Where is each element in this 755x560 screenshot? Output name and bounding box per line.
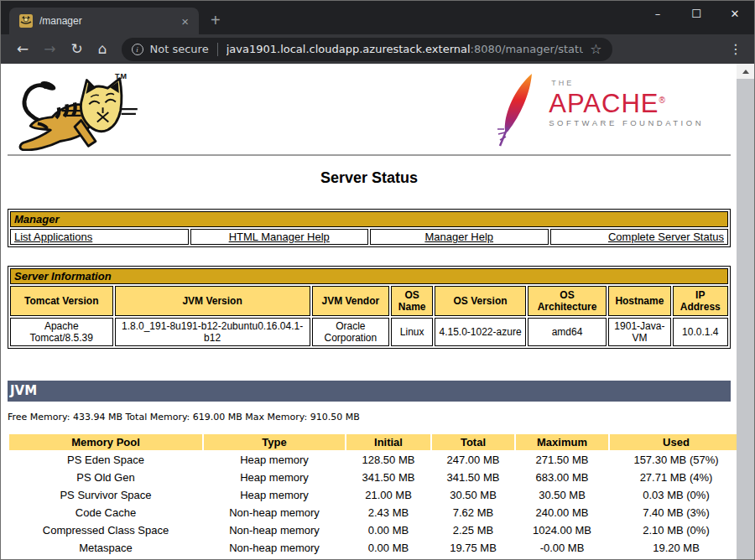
- col-type: Type: [204, 434, 345, 450]
- hostname-value: 1901-Java-VM: [608, 318, 670, 346]
- pool-total: 341.50 MB: [432, 469, 514, 485]
- tomcat-version-value: Apache Tomcat/8.5.39: [10, 318, 113, 346]
- tab-title: /manager: [39, 15, 178, 27]
- close-button[interactable]: ✕: [716, 1, 754, 26]
- browser-tab[interactable]: /manager ×: [9, 8, 199, 34]
- minimize-button[interactable]: –: [638, 1, 677, 26]
- pool-total: 2.25 MB: [432, 522, 514, 538]
- browser-window: /manager × + – ☐ ✕ ← → ↻ ⌂ i Not secure …: [0, 0, 755, 560]
- col-tomcat-version: Tomcat Version: [10, 286, 113, 316]
- pool-type: Heap memory: [204, 487, 345, 503]
- col-os-architecture: OS Architecture: [528, 286, 607, 316]
- jvm-section-title: JVM: [10, 383, 37, 398]
- url-path: :8080/manager/status: [471, 43, 584, 55]
- pool-total: 7.62 MB: [432, 505, 514, 521]
- table-row: PS Survivor Space Heap memory 21.00 MB 3…: [9, 487, 737, 503]
- pool-used: 157.30 MB (57%): [610, 452, 737, 468]
- pool-maximum: -0.00 MB: [516, 540, 608, 556]
- tab-close-icon[interactable]: ×: [178, 15, 192, 28]
- apache-feather-icon: [495, 72, 544, 149]
- table-row: PS Old Gen Heap memory 341.50 MB 341.50 …: [9, 469, 737, 485]
- link-html-manager-help[interactable]: HTML Manager Help: [229, 231, 330, 243]
- link-list-applications[interactable]: List Applications: [14, 231, 92, 243]
- pool-name: Compressed Class Space: [9, 522, 202, 538]
- link-manager-help[interactable]: Manager Help: [424, 231, 493, 243]
- pool-initial: 128.50 MB: [346, 452, 430, 468]
- tomcat-favicon-icon: [19, 14, 33, 28]
- info-icon-glyph: i: [136, 45, 138, 54]
- forward-icon[interactable]: →: [44, 42, 55, 56]
- pool-name: PS Eden Space: [9, 452, 202, 468]
- table-row: Code Cache Non-heap memory 2.43 MB 7.62 …: [9, 505, 737, 521]
- col-total: Total: [432, 434, 514, 450]
- manager-section-title: Manager: [10, 211, 728, 227]
- jvm-version-value: 1.8.0_191-8u191-b12-2ubuntu0.16.04.1-b12: [115, 318, 310, 346]
- apache-subtitle: SOFTWARE FOUNDATION: [549, 118, 704, 127]
- server-info-table: Server Information Tomcat Version JVM Ve…: [8, 266, 731, 349]
- col-jvm-version: JVM Version: [115, 286, 310, 316]
- col-hostname: Hostname: [608, 286, 670, 316]
- page-title: Server Status: [8, 169, 731, 187]
- page-scrollbar[interactable]: [737, 64, 754, 560]
- pool-used: 2.10 MB (0%): [610, 522, 737, 538]
- security-label: Not secure: [150, 43, 209, 55]
- maximize-button[interactable]: ☐: [677, 1, 716, 26]
- table-row: Metaspace Non-heap memory 0.00 MB 19.75 …: [9, 540, 737, 556]
- pool-maximum: 30.50 MB: [516, 487, 608, 503]
- col-initial: Initial: [346, 434, 430, 450]
- memory-summary: Free Memory: 433.94 MB Total Memory: 619…: [8, 412, 731, 423]
- server-info-section-title: Server Information: [10, 268, 728, 284]
- pool-name: PS Old Gen: [9, 469, 202, 485]
- reload-icon[interactable]: ↻: [71, 42, 83, 56]
- pool-total: 19.75 MB: [432, 540, 514, 556]
- page-content: TM THE: [1, 64, 737, 560]
- pool-used: 19.20 MB: [610, 540, 737, 556]
- pool-type: Non-heap memory: [204, 505, 345, 521]
- manager-links-row: List Applications HTML Manager Help Mana…: [10, 229, 728, 245]
- pool-maximum: 683.00 MB: [516, 469, 608, 485]
- col-maximum: Maximum: [516, 434, 608, 450]
- apache-the: THE: [551, 79, 704, 87]
- pool-type: Heap memory: [204, 469, 345, 485]
- logo-header: TM THE: [8, 70, 731, 153]
- bookmark-star-icon[interactable]: ☆: [590, 41, 601, 57]
- pool-maximum: 240.00 MB: [516, 505, 608, 521]
- browser-toolbar: ← → ↻ ⌂ i Not secure java1901.local.clou…: [1, 34, 754, 64]
- pool-total: 30.50 MB: [432, 487, 514, 503]
- memory-table-header-row: Memory Pool Type Initial Total Maximum U…: [9, 434, 737, 450]
- col-jvm-vendor: JVM Vendor: [312, 286, 389, 316]
- window-controls: – ☐ ✕: [638, 1, 754, 26]
- tomcat-logo: TM: [8, 72, 142, 151]
- col-os-name: OS Name: [391, 286, 433, 316]
- pool-initial: 0.00 MB: [346, 540, 430, 556]
- tomcat-trademark: TM: [115, 72, 128, 80]
- apache-logo-text: THE APACHE® SOFTWARE FOUNDATION: [549, 72, 704, 127]
- pool-type: Non-heap memory: [204, 522, 345, 538]
- col-used: Used: [610, 434, 737, 450]
- jvm-vendor-value: Oracle Corporation: [312, 318, 389, 346]
- back-icon[interactable]: ←: [17, 42, 29, 56]
- pool-initial: 0.00 MB: [346, 522, 430, 538]
- memory-pool-table: Memory Pool Type Initial Total Maximum U…: [8, 433, 737, 557]
- new-tab-button[interactable]: +: [211, 9, 221, 31]
- apache-name-text: APACHE: [549, 89, 659, 118]
- link-complete-server-status[interactable]: Complete Server Status: [608, 231, 724, 243]
- col-memory-pool: Memory Pool: [9, 434, 202, 450]
- registered-mark: ®: [659, 96, 665, 105]
- table-row: Compressed Class Space Non-heap memory 0…: [9, 522, 737, 538]
- pool-used: 0.03 MB (0%): [610, 487, 737, 503]
- manager-table: Manager List Applications HTML Manager H…: [8, 209, 731, 247]
- os-version-value: 4.15.0-1022-azure: [435, 318, 526, 346]
- browser-menu-icon[interactable]: ⋮: [729, 41, 742, 57]
- pool-maximum: 271.50 MB: [516, 452, 608, 468]
- scroll-up-arrow-icon: [742, 70, 749, 74]
- address-bar[interactable]: i Not secure java1901.local.cloudapp.azu…: [122, 38, 612, 61]
- scrollbar-thumb[interactable]: [737, 79, 754, 560]
- col-ip-address: IP Address: [673, 286, 728, 316]
- os-name-value: Linux: [391, 318, 433, 346]
- info-icon[interactable]: i: [132, 44, 143, 55]
- pool-type: Heap memory: [204, 452, 345, 468]
- scroll-up-button[interactable]: [737, 64, 754, 79]
- home-icon[interactable]: ⌂: [98, 42, 107, 56]
- pool-initial: 21.00 MB: [346, 487, 430, 503]
